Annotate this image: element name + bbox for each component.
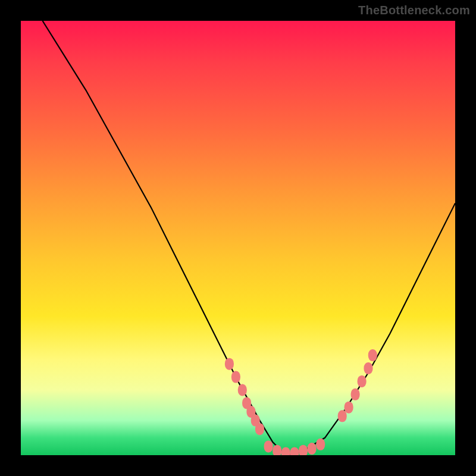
marker-dot (290, 447, 299, 455)
marker-dot (273, 445, 281, 455)
marker-dot (264, 440, 273, 452)
marker-dot (345, 402, 353, 414)
marker-dot (299, 445, 308, 455)
marker-dot (358, 375, 367, 387)
watermark-text: TheBottleneck.com (358, 4, 470, 17)
marker-dot (231, 371, 240, 383)
plot-area (21, 21, 455, 455)
marker-layer (225, 349, 377, 455)
marker-dot (368, 349, 377, 361)
marker-dot (338, 410, 347, 422)
marker-dot (364, 362, 373, 374)
marker-dot (308, 443, 317, 455)
marker-dot (351, 389, 360, 400)
marker-dot (255, 423, 264, 435)
chart-svg (21, 21, 455, 455)
marker-dot (281, 447, 290, 455)
chart-frame: TheBottleneck.com (0, 0, 476, 476)
marker-dot (316, 439, 325, 450)
main-curve (43, 21, 456, 455)
marker-dot (225, 358, 234, 370)
marker-dot (238, 384, 247, 396)
